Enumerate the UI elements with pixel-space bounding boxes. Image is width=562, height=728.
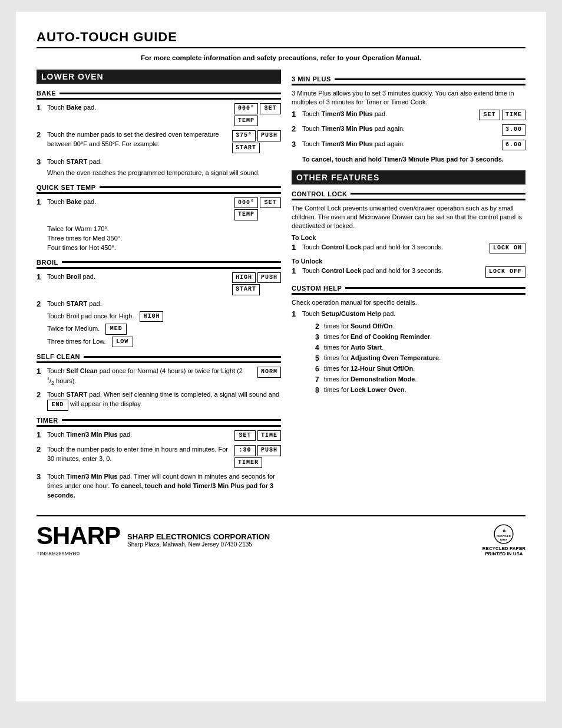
- other-features-header: OTHER FEATURES: [292, 170, 525, 185]
- custom-item-6: 6 times for 12-Hour Shut Off/On.: [315, 364, 525, 374]
- footer: SHARP TINSKB389MRR0 SHARP ELECTRONICS CO…: [37, 515, 525, 556]
- 3min-step-3: 3 Touch Timer/3 Min Plus pad again. 6.00: [292, 140, 525, 152]
- timer-step-2: 2 Touch the number pads to enter time in…: [37, 445, 281, 469]
- custom-help-desc: Check operation manual for specific deta…: [292, 298, 525, 307]
- recycled-icon: ♻ RECYCLED PAPER: [493, 523, 514, 545]
- display-qs-000: 000°: [234, 197, 258, 209]
- three-min-plus-header: 3 MIN PLUS: [292, 75, 525, 85]
- footer-company: SHARP ELECTRONICS CORPORATION Sharp Plaz…: [127, 532, 270, 548]
- 3min-step-1: 1 Touch Timer/3 Min Plus pad. SET TIME: [292, 110, 525, 122]
- svg-text:PAPER: PAPER: [500, 539, 508, 541]
- custom-item-7: 7 times for Demonstration Mode.: [315, 374, 525, 385]
- recycled-text-2: PRINTED IN USA: [482, 551, 525, 556]
- timer-header: TIMER: [37, 417, 281, 427]
- timer-step-3: 3 Touch Timer/3 Min Plus pad. Timer will…: [37, 472, 281, 500]
- custom-item-2: 2 times for Sound Off/On.: [315, 321, 525, 332]
- lower-oven-header: LOWER OVEN: [37, 70, 281, 84]
- bake-step-3: 3 Touch START pad. When the oven reaches…: [37, 157, 281, 178]
- custom-item-4: 4 times for Auto Start.: [315, 342, 525, 353]
- display-set: SET: [260, 103, 281, 114]
- to-lock-label: To Lock: [292, 234, 525, 241]
- display-qs-temp: TEMP: [234, 209, 258, 220]
- display-end: END: [47, 400, 68, 411]
- company-address: Sharp Plaza, Mahwah, New Jersey 07430-21…: [127, 541, 270, 548]
- bake-header: BAKE: [37, 90, 281, 100]
- 3min-step-2: 2 Touch Timer/3 Min Plus pad again. 3.00: [292, 124, 525, 137]
- display-push-bake: PUSH: [257, 130, 281, 141]
- custom-item-8: 8 times for Lock Lower Oven.: [315, 385, 525, 396]
- control-lock-desc: The Control Lock prevents unwanted oven/…: [292, 204, 525, 231]
- display-lock-on: LOCK ON: [490, 243, 525, 254]
- lock-step-1: 1 Touch Control Lock pad and hold for 3 …: [292, 243, 525, 255]
- broil-step-2: 2 Touch START pad. Touch Broil pad once …: [37, 299, 281, 347]
- display-qs-set: SET: [260, 197, 281, 209]
- timer-step-1: 1 Touch Timer/3 Min Plus pad. SET TIME: [37, 430, 281, 443]
- page-title: AUTO-TOUCH GUIDE: [37, 29, 525, 48]
- subtitle: For more complete information and safety…: [37, 54, 525, 61]
- to-unlock-label: To Unlock: [292, 258, 525, 265]
- page: AUTO-TOUCH GUIDE For more complete infor…: [16, 12, 546, 701]
- display-3-00: 3.00: [502, 124, 525, 136]
- custom-help-step-1: 1 Touch Setup/Custom Help pad. 2 times f…: [292, 309, 525, 396]
- recycled-badge: ♻ RECYCLED PAPER RECYCLED PAPER PRINTED …: [482, 523, 525, 556]
- 3min-cancel-note: To cancel, touch and hold Timer/3 Minute…: [302, 155, 525, 164]
- svg-text:♻: ♻: [503, 529, 506, 533]
- custom-help-list: 2 times for Sound Off/On. 3 times for En…: [315, 321, 525, 396]
- sharp-logo: SHARP: [37, 523, 120, 548]
- quick-step-1: 1 Touch Bake pad. 000° SET TEMP: [37, 197, 281, 253]
- footer-brand: SHARP TINSKB389MRR0 SHARP ELECTRONICS CO…: [37, 523, 270, 556]
- display-push-broil: PUSH: [257, 272, 281, 284]
- bake-step-1: 1 Touch Bake pad. 000° SET TEMP: [37, 103, 281, 127]
- main-content: LOWER OVEN BAKE 1 Touch Bake pad. 000° S…: [37, 70, 525, 503]
- display-6-00: 6.00: [502, 140, 525, 151]
- right-column: 3 MIN PLUS 3 Minute Plus allows you to s…: [292, 70, 525, 503]
- display-000: 000°: [234, 103, 258, 114]
- display-timer-label: TIMER: [234, 457, 262, 469]
- company-name: SHARP ELECTRONICS CORPORATION: [127, 532, 270, 541]
- display-high-broil: HIGH: [232, 272, 256, 284]
- svg-text:RECYCLED: RECYCLED: [497, 535, 511, 538]
- display-start-bake: START: [232, 143, 260, 154]
- left-column: LOWER OVEN BAKE 1 Touch Bake pad. 000° S…: [37, 70, 281, 503]
- bake-step-2: 2 Touch the number pads to set the desir…: [37, 130, 281, 154]
- quick-set-temp-header: QUICK SET TEMP: [37, 184, 281, 194]
- custom-item-3: 3 times for End of Cooking Reminder.: [315, 332, 525, 342]
- display-lock-off: LOCK OFF: [485, 266, 525, 278]
- display-push-timer: PUSH: [257, 445, 281, 456]
- self-clean-step-2: 2 Touch START pad. When self cleaning ti…: [37, 390, 281, 410]
- model-number: TINSKB389MRR0: [37, 551, 120, 556]
- display-temp: TEMP: [234, 116, 258, 127]
- display-med: MED: [105, 324, 127, 335]
- display-high: HIGH: [140, 311, 163, 322]
- recycled-text-1: RECYCLED PAPER: [482, 546, 525, 551]
- unlock-step-1: 1 Touch Control Lock pad and hold for 3 …: [292, 266, 525, 279]
- self-clean-step-1: 1 Touch Self Clean pad once for Normal (…: [37, 367, 281, 387]
- broil-header: BROIL: [37, 259, 281, 269]
- display-norm: NORM: [257, 367, 281, 378]
- display-30: :30: [234, 445, 256, 456]
- display-low: LOW: [112, 337, 133, 348]
- control-lock-header: CONTROL LOCK: [292, 190, 525, 200]
- broil-step-1: 1 Touch Broil pad. HIGH PUSH START: [37, 272, 281, 297]
- custom-item-5: 5 times for Adjusting Oven Temperature.: [315, 353, 525, 364]
- display-start-broil: START: [232, 284, 260, 295]
- display-timer-set: SET: [234, 430, 256, 442]
- display-375: 375°: [232, 130, 256, 141]
- display-3min-time: TIME: [502, 110, 525, 121]
- custom-help-header: CUSTOM HELP: [292, 285, 525, 295]
- three-min-plus-desc: 3 Minute Plus allows you to set 3 minute…: [292, 89, 525, 107]
- self-clean-header: SELF CLEAN: [37, 353, 281, 363]
- display-3min-set: SET: [479, 110, 500, 121]
- display-timer-time: TIME: [257, 430, 281, 442]
